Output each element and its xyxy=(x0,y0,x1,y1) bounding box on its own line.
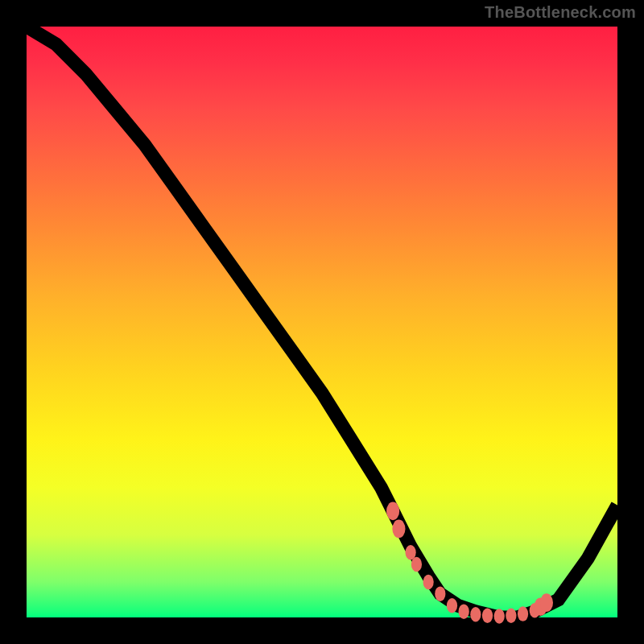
chart-frame: TheBottleneck.com xyxy=(0,0,644,644)
bottleneck-curve xyxy=(27,27,617,617)
data-dot xyxy=(392,520,405,539)
data-dot xyxy=(470,607,481,621)
data-dot xyxy=(386,502,399,521)
data-dot xyxy=(540,593,553,612)
data-dot xyxy=(435,586,445,601)
data-dot xyxy=(423,575,434,589)
data-dot xyxy=(411,557,422,572)
data-dot xyxy=(506,609,516,623)
data-dot xyxy=(459,604,469,618)
data-dot xyxy=(518,606,528,621)
data-dot xyxy=(494,609,505,623)
plot-svg xyxy=(27,27,617,617)
plot-area xyxy=(27,27,617,617)
data-dot xyxy=(447,598,457,613)
watermark-text: TheBottleneck.com xyxy=(485,3,636,22)
data-dot xyxy=(482,609,493,623)
